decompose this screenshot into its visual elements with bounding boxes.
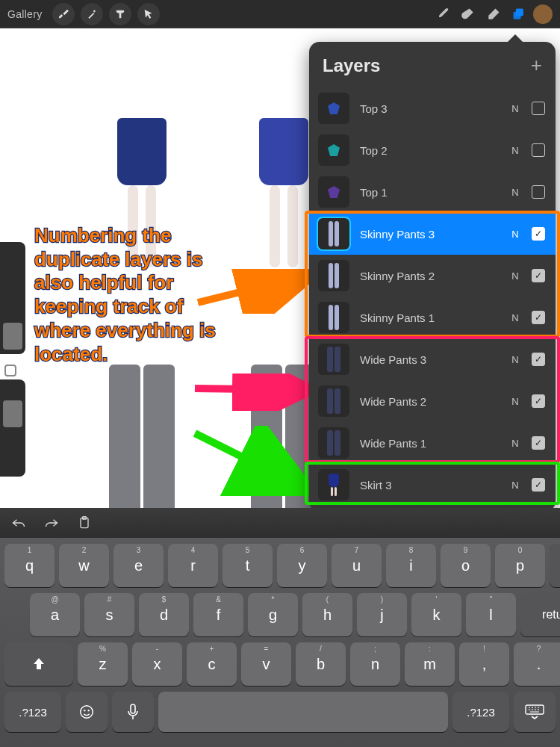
layer-visibility-checkbox[interactable] (532, 102, 545, 115)
key-symbols-right[interactable]: .?123 (452, 692, 509, 732)
layers-title: Layers (323, 55, 380, 76)
smudge-icon[interactable] (455, 1, 481, 27)
key-p[interactable]: 0p (495, 544, 545, 587)
layer-blend-mode[interactable]: N (509, 103, 521, 114)
layer-thumbnail (318, 385, 349, 417)
key-dictation[interactable] (112, 692, 154, 732)
layer-blend-mode[interactable]: N (509, 145, 521, 156)
key-n[interactable]: ;n (350, 642, 400, 686)
key-symbols[interactable]: .?123 (4, 692, 61, 732)
layer-row[interactable]: Skinny Pants 3N (309, 213, 556, 255)
key-c[interactable]: +c (187, 642, 237, 686)
color-swatch[interactable] (533, 4, 553, 24)
key-k[interactable]: 'k (411, 593, 461, 636)
key-v[interactable]: =v (241, 642, 291, 686)
svg-point-5 (84, 710, 85, 711)
key-z[interactable]: %z (78, 642, 128, 686)
layer-blend-mode[interactable]: N (509, 396, 521, 407)
layer-visibility-checkbox[interactable] (532, 436, 545, 450)
layer-blend-mode[interactable]: N (509, 229, 521, 240)
key-m[interactable]: :m (405, 642, 455, 686)
selection-icon[interactable] (109, 3, 131, 25)
layer-visibility-checkbox[interactable] (532, 394, 545, 408)
key-u[interactable]: 7u (332, 544, 382, 587)
svg-point-4 (81, 706, 93, 719)
layer-thumbnail (318, 218, 349, 249)
layer-name: Top 1 (360, 186, 499, 199)
layer-blend-mode[interactable]: N (509, 270, 521, 282)
key-emoji[interactable] (66, 692, 108, 732)
key-f[interactable]: &f (193, 593, 243, 636)
key-l[interactable]: "l (466, 593, 516, 636)
layer-visibility-checkbox[interactable] (532, 143, 545, 157)
layer-visibility-checkbox[interactable] (532, 185, 545, 199)
layer-blend-mode[interactable]: N (509, 312, 521, 323)
key-w[interactable]: 2w (59, 544, 109, 587)
key-h[interactable]: (h (302, 593, 352, 636)
gallery-button[interactable]: Gallery (7, 8, 42, 20)
layer-row[interactable]: Skinny Pants 1N (309, 297, 556, 338)
arrow-orange (194, 269, 321, 314)
brush-icon[interactable] (430, 1, 455, 27)
layer-row[interactable]: Wide Pants 3N (309, 338, 556, 380)
modify-icon[interactable] (4, 365, 16, 376)
key-b[interactable]: /b (296, 642, 346, 686)
wrench-icon[interactable] (52, 3, 75, 25)
layer-thumbnail (318, 260, 349, 291)
brush-opacity-slider[interactable] (0, 379, 25, 477)
layers-icon[interactable] (506, 1, 532, 27)
layer-name: Top 3 (360, 102, 499, 115)
layer-blend-mode[interactable]: N (509, 354, 521, 365)
key-hide-keyboard[interactable] (514, 692, 556, 732)
redo-icon[interactable] (43, 515, 60, 531)
layer-row[interactable]: Top 2N (309, 129, 556, 171)
undo-icon[interactable] (10, 515, 27, 531)
key-shift-left[interactable] (4, 642, 73, 686)
key-.[interactable]: ?. (514, 642, 560, 686)
layer-visibility-checkbox[interactable] (532, 478, 545, 492)
layers-panel: Layers + Top 3NTop 2NTop 1NSkinny Pants … (309, 42, 556, 512)
key-r[interactable]: 4r (168, 544, 218, 587)
layer-blend-mode[interactable]: N (509, 438, 521, 449)
key-space[interactable] (158, 692, 448, 732)
wand-icon[interactable] (81, 3, 103, 25)
key-x[interactable]: -x (132, 642, 182, 686)
key-d[interactable]: $d (139, 593, 189, 636)
layer-visibility-checkbox[interactable] (532, 227, 545, 241)
key-o[interactable]: 9o (441, 544, 491, 587)
layer-name: Skinny Pants 1 (360, 311, 499, 324)
brush-size-slider[interactable] (0, 242, 25, 354)
layer-row[interactable]: Top 3N (309, 87, 556, 129)
layer-row[interactable]: Skirt 3N (309, 464, 556, 506)
layer-row[interactable]: Wide Pants 2N (309, 380, 556, 422)
key-g[interactable]: *g (248, 593, 298, 636)
layer-blend-mode[interactable]: N (509, 187, 521, 198)
key-,[interactable]: !, (459, 642, 509, 686)
clipboard-icon[interactable] (76, 515, 93, 531)
key-backspace[interactable] (550, 544, 560, 587)
layer-row[interactable]: Wide Pants 1N (309, 422, 556, 464)
key-a[interactable]: @a (30, 593, 80, 636)
key-y[interactable]: 6y (277, 544, 327, 587)
layer-row[interactable]: Top 1N (309, 171, 556, 213)
layer-thumbnail (318, 134, 349, 166)
eraser-icon[interactable] (481, 1, 506, 27)
arrow-pink (191, 374, 318, 411)
cursor-icon[interactable] (137, 3, 160, 25)
layer-row[interactable]: Skinny Pants 2N (309, 255, 556, 297)
layer-visibility-checkbox[interactable] (532, 269, 545, 282)
layer-visibility-checkbox[interactable] (532, 311, 545, 324)
layer-visibility-checkbox[interactable] (532, 353, 545, 366)
key-s[interactable]: #s (84, 593, 134, 636)
key-j[interactable]: )j (357, 593, 407, 636)
add-layer-button[interactable]: + (531, 54, 542, 77)
autocorrect-bar (0, 508, 560, 538)
key-i[interactable]: 8i (386, 544, 436, 587)
key-q[interactable]: 1q (4, 544, 55, 587)
layer-blend-mode[interactable]: N (509, 480, 521, 491)
layer-name: Wide Pants 2 (360, 395, 499, 408)
key-t[interactable]: 5t (223, 544, 273, 587)
layer-name: Skinny Pants 3 (360, 228, 499, 241)
key-e[interactable]: 3e (113, 544, 164, 587)
key-return[interactable]: return (520, 593, 560, 636)
